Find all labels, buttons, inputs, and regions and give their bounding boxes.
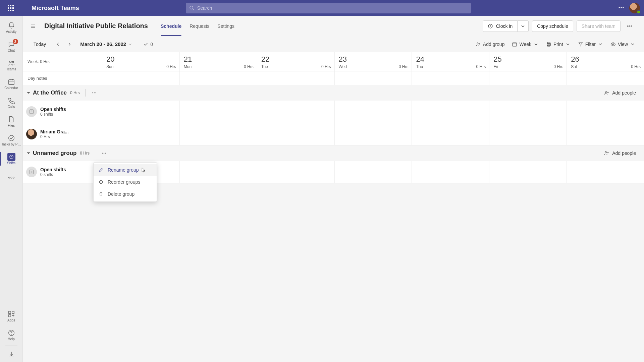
menu-reorder-groups[interactable]: Reorder groups bbox=[94, 176, 157, 188]
shift-cell[interactable] bbox=[567, 161, 644, 183]
shift-cell[interactable] bbox=[257, 123, 334, 145]
search-input[interactable] bbox=[197, 5, 468, 11]
more-icon bbox=[8, 174, 15, 181]
view-button[interactable]: View bbox=[610, 42, 635, 47]
svg-rect-16 bbox=[8, 80, 14, 85]
header-more-button[interactable] bbox=[624, 20, 635, 32]
share-with-team-button[interactable]: Share with team bbox=[577, 20, 621, 32]
rail-apps[interactable]: Apps bbox=[0, 307, 23, 325]
rail-label: Apps bbox=[7, 319, 15, 322]
day-header-tue[interactable]: 22 Tue 0 Hrs bbox=[257, 52, 334, 71]
tab-settings[interactable]: Settings bbox=[217, 16, 234, 36]
day-note-cell[interactable] bbox=[257, 71, 334, 85]
clock-icon bbox=[488, 23, 493, 29]
day-note-cell[interactable] bbox=[334, 71, 412, 85]
today-button[interactable]: Today bbox=[31, 40, 49, 49]
rail-download[interactable] bbox=[0, 347, 23, 362]
calendar-header: Week: 0 Hrs 20 Sun 0 Hrs 21 Mon 0 Hrs 22… bbox=[23, 52, 644, 71]
add-people-icon bbox=[603, 90, 609, 96]
day-note-cell[interactable] bbox=[102, 71, 179, 85]
person-cell[interactable]: Miriam Gra... 0 Hrs bbox=[23, 123, 102, 145]
hamburger-button[interactable] bbox=[28, 21, 38, 32]
menu-rename-group[interactable]: Rename group bbox=[94, 164, 157, 176]
search-box[interactable] bbox=[186, 3, 471, 13]
group-collapse-toggle[interactable] bbox=[26, 151, 31, 156]
shift-cell[interactable] bbox=[179, 101, 257, 123]
add-group-button[interactable]: Add group bbox=[476, 42, 505, 47]
rail-calls[interactable]: Calls bbox=[0, 93, 23, 112]
rail-calendar[interactable]: Calendar bbox=[0, 74, 23, 93]
rail-more[interactable] bbox=[0, 168, 23, 187]
day-header-mon[interactable]: 21 Mon 0 Hrs bbox=[179, 52, 257, 71]
shift-cell[interactable] bbox=[567, 101, 644, 123]
day-note-cell[interactable] bbox=[489, 71, 567, 85]
open-shifts-icon bbox=[26, 167, 37, 177]
rail-activity[interactable]: Activity bbox=[0, 18, 23, 37]
clock-in-split[interactable] bbox=[518, 20, 529, 32]
shift-cell[interactable] bbox=[102, 101, 179, 123]
shift-cell[interactable] bbox=[489, 101, 567, 123]
titlebar-more[interactable] bbox=[618, 4, 625, 12]
shift-cell[interactable] bbox=[257, 161, 334, 183]
shift-cell[interactable] bbox=[567, 123, 644, 145]
shift-cell[interactable] bbox=[334, 161, 412, 183]
shift-cell[interactable] bbox=[257, 101, 334, 123]
unpublished-count[interactable]: 0 bbox=[143, 42, 153, 47]
print-button[interactable]: Print bbox=[546, 42, 571, 47]
day-header-sun[interactable]: 20 Sun 0 Hrs bbox=[102, 52, 179, 71]
add-people-button[interactable]: Add people bbox=[603, 150, 636, 156]
rail-files[interactable]: Files bbox=[0, 112, 23, 131]
svg-rect-25 bbox=[8, 311, 10, 313]
day-header-thu[interactable]: 24 Thu 0 Hrs bbox=[412, 52, 489, 71]
group-collapse-toggle[interactable] bbox=[26, 90, 31, 95]
day-header-wed[interactable]: 23 Wed 0 Hrs bbox=[334, 52, 412, 71]
page-header: Digital Initiative Public Relations Sche… bbox=[23, 16, 644, 36]
prev-week-button[interactable] bbox=[53, 40, 63, 49]
shift-cell[interactable] bbox=[334, 123, 412, 145]
day-note-cell[interactable] bbox=[412, 71, 489, 85]
group-more-button[interactable] bbox=[85, 89, 97, 97]
week-view-button[interactable]: Week bbox=[512, 42, 539, 47]
shift-cell[interactable] bbox=[179, 123, 257, 145]
day-header-fri[interactable]: 25 Fri 0 Hrs bbox=[489, 52, 567, 71]
svg-rect-5 bbox=[12, 7, 14, 9]
shift-cell[interactable] bbox=[412, 123, 489, 145]
svg-rect-8 bbox=[12, 10, 14, 11]
day-note-cell[interactable] bbox=[179, 71, 257, 85]
shift-cell[interactable] bbox=[334, 101, 412, 123]
add-people-button[interactable]: Add people bbox=[603, 90, 636, 96]
shift-cell[interactable] bbox=[179, 161, 257, 183]
app-launcher[interactable] bbox=[4, 1, 17, 15]
person-cell[interactable]: Open shifts 0 shifts bbox=[23, 161, 102, 183]
date-range-picker[interactable]: March 20 - 26, 2022 bbox=[80, 41, 132, 47]
person-sub: 0 shifts bbox=[40, 112, 66, 117]
shift-cell[interactable] bbox=[489, 161, 567, 183]
menu-delete-group[interactable]: Delete group bbox=[94, 188, 157, 200]
rail-chat[interactable]: 2 Chat bbox=[0, 37, 23, 56]
rail-shifts[interactable]: Shifts bbox=[0, 149, 23, 168]
shift-cell[interactable] bbox=[489, 123, 567, 145]
shift-cell[interactable] bbox=[412, 101, 489, 123]
day-note-cell[interactable] bbox=[567, 71, 644, 85]
rail-help[interactable]: Help bbox=[0, 325, 23, 344]
rail-tasks[interactable]: Tasks by Pl... bbox=[0, 131, 23, 149]
tab-requests[interactable]: Requests bbox=[190, 16, 209, 36]
next-week-button[interactable] bbox=[65, 40, 74, 49]
rail-label: Calendar bbox=[4, 86, 18, 90]
user-avatar[interactable] bbox=[629, 3, 640, 13]
group-more-button[interactable] bbox=[95, 149, 107, 157]
rail-label: Shifts bbox=[7, 162, 15, 165]
menu-label: Delete group bbox=[108, 191, 135, 197]
day-header-sat[interactable]: 26 Sat 0 Hrs bbox=[567, 52, 644, 71]
menu-label: Rename group bbox=[108, 167, 139, 173]
tab-schedule[interactable]: Schedule bbox=[161, 16, 181, 36]
shift-cell[interactable] bbox=[412, 161, 489, 183]
person-cell[interactable]: Open shifts 0 shifts bbox=[23, 101, 102, 123]
clock-in-button[interactable]: Clock in bbox=[483, 20, 518, 32]
shift-cell[interactable] bbox=[102, 123, 179, 145]
filter-button[interactable]: Filter bbox=[578, 42, 603, 47]
copy-schedule-button[interactable]: Copy schedule bbox=[532, 20, 573, 32]
rail-teams[interactable]: Teams bbox=[0, 56, 23, 74]
clock-in-label: Clock in bbox=[496, 23, 513, 29]
group-name: At the Office bbox=[33, 89, 67, 96]
